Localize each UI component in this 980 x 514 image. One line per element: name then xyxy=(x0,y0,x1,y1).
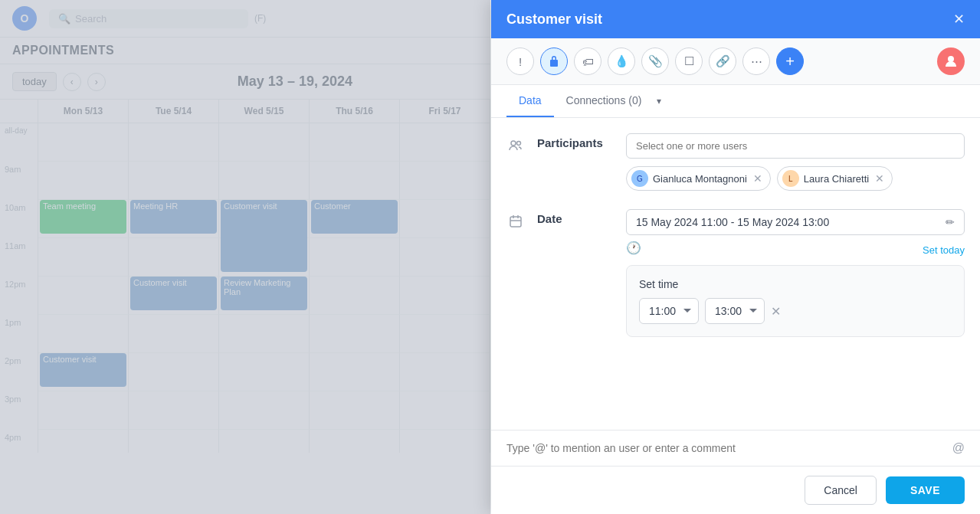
participant-tag-laura: L Laura Chiaretti ✕ xyxy=(777,166,893,191)
participants-icon xyxy=(506,136,525,155)
laura-name: Laura Chiaretti xyxy=(804,173,869,185)
participants-tags: G Gianluca Montagnoni ✕ L Laura Chiarett… xyxy=(626,166,965,191)
clock-icon: 🕐 xyxy=(626,241,641,255)
toolbar-more-button[interactable]: ⋯ xyxy=(742,47,770,75)
modal-header: Customer visit ✕ xyxy=(491,0,980,38)
at-mention-icon[interactable]: @ xyxy=(952,441,965,455)
time-clear-button[interactable]: ✕ xyxy=(771,304,781,319)
time-section: Set time 11:00 12:00 13:00 13:00 14:00 1… xyxy=(626,265,965,337)
toolbar-tag-button[interactable]: 🏷 xyxy=(574,47,601,75)
participant-tag-gianluca: G Gianluca Montagnoni ✕ xyxy=(626,166,771,191)
modal-overlay xyxy=(0,0,490,514)
end-time-select[interactable]: 13:00 14:00 15:00 xyxy=(705,298,765,324)
participants-input[interactable] xyxy=(626,133,965,159)
laura-avatar: L xyxy=(782,170,799,187)
tab-data[interactable]: Data xyxy=(506,85,554,117)
modal-title: Customer visit xyxy=(506,11,602,28)
date-edit-icon[interactable]: ✏ xyxy=(946,216,955,228)
participants-content: G Gianluca Montagnoni ✕ L Laura Chiarett… xyxy=(626,133,965,191)
modal-tabs: Data Connections (0) ▾ xyxy=(491,85,980,118)
cancel-button[interactable]: Cancel xyxy=(805,476,877,505)
svg-point-2 xyxy=(517,142,521,146)
tab-dropdown[interactable]: ▾ xyxy=(657,96,661,106)
comment-input[interactable] xyxy=(506,442,945,454)
gianluca-remove[interactable]: ✕ xyxy=(753,172,762,185)
laura-remove[interactable]: ✕ xyxy=(875,172,884,185)
gianluca-name: Gianluca Montagnoni xyxy=(653,173,747,185)
date-content: 15 May 2024 11:00 - 15 May 2024 13:00 ✏ … xyxy=(626,209,965,337)
toolbar-add-button[interactable]: + xyxy=(776,47,804,75)
date-text: 15 May 2024 11:00 - 15 May 2024 13:00 xyxy=(636,216,829,228)
date-icon xyxy=(506,212,525,231)
time-selects: 11:00 12:00 13:00 13:00 14:00 15:00 ✕ xyxy=(639,298,952,324)
toolbar-note-button[interactable]: ☐ xyxy=(675,47,703,75)
user-avatar[interactable] xyxy=(937,47,965,75)
save-button[interactable]: SAVE xyxy=(886,476,965,504)
set-today-link[interactable]: Set today xyxy=(923,244,965,256)
modal-toolbar: ! 🏷 💧 📎 ☐ 🔗 ⋯ + xyxy=(491,38,980,85)
svg-point-1 xyxy=(511,141,516,146)
svg-point-0 xyxy=(948,56,954,62)
set-time-label: Set time xyxy=(639,278,952,290)
participants-label: Participants xyxy=(537,136,614,149)
start-time-select[interactable]: 11:00 12:00 13:00 xyxy=(639,298,699,324)
svg-rect-3 xyxy=(510,217,521,227)
close-button[interactable]: ✕ xyxy=(953,11,965,28)
date-label: Date xyxy=(537,212,614,225)
modal-body: Participants G Gianluca Montagnoni ✕ L L… xyxy=(491,118,980,430)
gianluca-avatar: G xyxy=(631,170,648,187)
toolbar-lock-button[interactable] xyxy=(540,47,568,75)
comment-bar: @ xyxy=(491,430,980,466)
date-field-row: Date 15 May 2024 11:00 - 15 May 2024 13:… xyxy=(506,209,965,337)
toolbar-attach-button[interactable]: 📎 xyxy=(641,47,669,75)
participants-field-row: Participants G Gianluca Montagnoni ✕ L L… xyxy=(506,133,965,191)
toolbar-link-button[interactable]: 🔗 xyxy=(709,47,736,75)
tab-connections[interactable]: Connections (0) xyxy=(554,85,654,117)
modal-footer: Cancel SAVE xyxy=(491,466,980,514)
modal: Customer visit ✕ ! 🏷 💧 📎 ☐ 🔗 ⋯ + Data Co… xyxy=(491,0,980,514)
date-value-display[interactable]: 15 May 2024 11:00 - 15 May 2024 13:00 ✏ xyxy=(626,209,965,235)
toolbar-alert-button[interactable]: ! xyxy=(506,47,534,75)
toolbar-drop-button[interactable]: 💧 xyxy=(608,47,635,75)
